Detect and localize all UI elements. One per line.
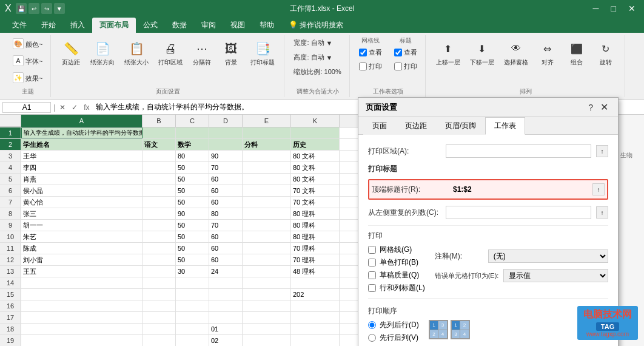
print-order-section: 打印顺序 先列后行(D) 先行后列(V) [368,306,608,345]
print-label: 打印 [368,231,608,241]
left-cols-input[interactable] [446,206,591,219]
dialog-title-bar: 页面设置 ? ✕ [358,98,618,117]
gridlines-checkbox[interactable] [368,246,376,254]
left-cols-label: 从左侧重复的列数(C): [368,208,441,218]
dialog-divider-1 [368,225,608,226]
dialog-title: 页面设置 [366,102,397,113]
bw-checkbox[interactable] [368,259,376,266]
watermark: 电脑技术网 TAG www.tagxp.com [577,306,638,340]
dialog-tab-header-footer[interactable]: 页眉/页脚 [436,117,485,135]
notes-select[interactable]: (无) [488,249,608,263]
print-order-label: 打印顺序 [368,306,608,316]
draft-label: 草稿质量(Q) [380,270,419,280]
headings-checkbox-row: 行和列标题(L) [368,283,425,293]
dialog-tab-margins[interactable]: 页边距 [396,117,436,135]
dialog-tab-sheet[interactable]: 工作表 [485,117,525,135]
dialog-close-btn[interactable]: ✕ [598,101,611,113]
headings-label: 行和列标题(L) [380,283,425,293]
print-title-section-label: 打印标题 [368,164,608,174]
print-area-collapse-btn[interactable]: ↑ [596,145,608,157]
watermark-url: www.tagxp.com [586,331,629,338]
notes-label: 注释(M): [435,251,483,262]
bw-checkbox-row: 单色打印(B) [368,257,425,268]
top-rows-collapse-btn[interactable]: ↑ [592,183,605,195]
print-area-input[interactable] [446,144,591,158]
dialog-overlay: 页面设置 ? ✕ 页面 页边距 页眉/页脚 工作表 打印区域(A): ↑ 打印标… [0,0,644,346]
top-rows-input[interactable] [449,183,588,196]
print-options-row: 网格线(G) 单色打印(B) 草稿质量(Q) 行和列标题(L) [368,245,608,293]
left-cols-row: 从左侧重复的列数(C): ↑ [368,206,608,219]
dialog-tabs: 页面 页边距 页眉/页脚 工作表 [358,117,618,135]
print-section: 打印 网格线(G) 单色打印(B) 草稿质量(Q) [368,231,608,293]
print-col-left: 网格线(G) 单色打印(B) 草稿质量(Q) 行和列标题(L) [368,245,425,293]
watermark-text: 电脑技术网 [583,308,632,321]
print-col-right: 注释(M): (无) 错误单元格打印为(E): 显示值 [435,249,608,288]
row-then-col-radio-row: 先行后列(V) [368,333,419,343]
dialog-tab-page[interactable]: 页面 [363,117,396,135]
row-then-col-radio[interactable] [368,334,376,342]
notes-row: 注释(M): (无) [435,249,608,263]
watermark-badge: TAG [596,322,619,331]
errors-label: 错误单元格打印为(E): [435,271,499,280]
col-then-row-radio-row: 先列后行(D) [368,320,419,330]
print-area-row: 打印区域(A): ↑ [368,144,608,158]
draft-checkbox-row: 草稿质量(Q) [368,270,425,280]
col-then-row-radio[interactable] [368,321,376,329]
col-then-row-label: 先列后行(D) [380,320,419,330]
draft-checkbox[interactable] [368,271,376,279]
print-order-diagram: 1 3 2 4 1 2 3 4 [429,320,470,339]
headings-checkbox[interactable] [368,284,376,292]
top-rows-row: 顶端标题行(R): ↑ [368,179,608,200]
left-cols-collapse-btn[interactable]: ↑ [596,206,608,219]
row-then-col-label: 先行后列(V) [380,333,418,343]
dialog-divider-2 [368,298,608,299]
top-rows-label: 顶端标题行(R): [372,185,444,195]
bw-label: 单色打印(B) [380,257,418,268]
errors-row: 错误单元格打印为(E): 显示值 [435,269,608,282]
dialog-help-btn[interactable]: ? [585,103,597,112]
print-area-label: 打印区域(A): [368,146,441,157]
gridlines-checkbox-row: 网格线(G) [368,245,425,255]
print-order-options: 先列后行(D) 先行后列(V) [368,320,419,345]
errors-select[interactable]: 显示值 [503,269,608,282]
gridlines-label: 网格线(G) [380,245,412,255]
